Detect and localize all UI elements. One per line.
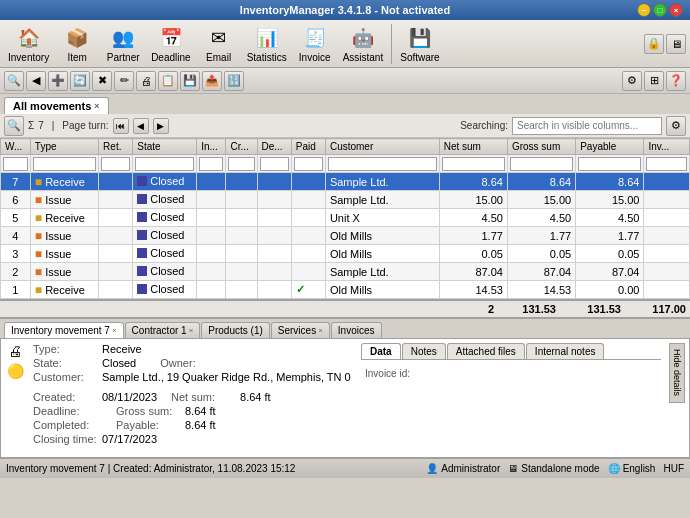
cell-gross: 87.04 bbox=[507, 263, 575, 281]
bottom-tab-movement[interactable]: Inventory movement 7 × bbox=[4, 322, 124, 338]
page-first-btn[interactable]: ⏮ bbox=[113, 118, 129, 134]
bottom-tab-invoices[interactable]: Invoices bbox=[331, 322, 382, 338]
toolbar-invoice[interactable]: 🧾 Invoice bbox=[293, 22, 337, 65]
page-prev-btn[interactable]: ◀ bbox=[133, 118, 149, 134]
cell-in bbox=[197, 245, 226, 263]
filter-customer-input[interactable] bbox=[328, 157, 437, 171]
bottom-tab-services[interactable]: Services × bbox=[271, 322, 330, 338]
sub-tab-internal[interactable]: Internal notes bbox=[526, 343, 605, 359]
stool-nav1[interactable]: ◀ bbox=[26, 71, 46, 91]
table-container[interactable]: W... Type Ret. State In... Cr... De... P… bbox=[0, 138, 690, 299]
table-row[interactable]: 5 ■ Receive Closed Unit X 4.50 4.50 4.50 bbox=[1, 209, 690, 227]
all-movements-tab[interactable]: All movements × bbox=[4, 97, 109, 114]
col-header-inv[interactable]: Inv... bbox=[644, 139, 690, 155]
cell-type: ■ Issue bbox=[30, 263, 98, 281]
bottom-tab-movement-close[interactable]: × bbox=[112, 326, 117, 335]
table-row[interactable]: 6 ■ Issue Closed Sample Ltd. 15.00 15.00… bbox=[1, 191, 690, 209]
col-header-in[interactable]: In... bbox=[197, 139, 226, 155]
filter-num-input[interactable] bbox=[3, 157, 28, 171]
filter-ret-input[interactable] bbox=[101, 157, 130, 171]
cell-in bbox=[197, 209, 226, 227]
search-settings-btn[interactable]: ⚙ bbox=[666, 116, 686, 136]
stool-save[interactable]: 💾 bbox=[180, 71, 200, 91]
toolbar-email[interactable]: ✉ Email bbox=[197, 22, 241, 65]
bottom-tab-services-close[interactable]: × bbox=[318, 326, 323, 335]
completed-label: Completed: bbox=[33, 419, 98, 431]
filter-gross-input[interactable] bbox=[510, 157, 573, 171]
col-header-de[interactable]: De... bbox=[257, 139, 291, 155]
stool-search[interactable]: 🔍 bbox=[4, 71, 24, 91]
col-header-paid[interactable]: Paid bbox=[291, 139, 325, 155]
toolbar-extra-btn2[interactable]: 🖥 bbox=[666, 34, 686, 54]
hide-details-button[interactable]: Hide details bbox=[669, 343, 685, 403]
col-header-payable[interactable]: Payable bbox=[576, 139, 644, 155]
col-header-net[interactable]: Net sum bbox=[439, 139, 507, 155]
stool-right1[interactable]: ⚙ bbox=[622, 71, 642, 91]
toolbar-assistant[interactable]: 🤖 Assistant bbox=[339, 22, 388, 65]
toolbar-partner[interactable]: 👥 Partner bbox=[101, 22, 145, 65]
col-header-state[interactable]: State bbox=[133, 139, 197, 155]
stool-print[interactable]: 🖨 bbox=[136, 71, 156, 91]
tab-close-btn[interactable]: × bbox=[94, 101, 99, 111]
toolbar-inventory[interactable]: 🏠 Inventory bbox=[4, 22, 53, 65]
stool-calc[interactable]: 🔢 bbox=[224, 71, 244, 91]
bottom-tab-services-label: Services bbox=[278, 325, 316, 336]
bottom-tab-products[interactable]: Products (1) bbox=[201, 322, 269, 338]
toolbar-deadline[interactable]: 📅 Deadline bbox=[147, 22, 194, 65]
col-header-gross[interactable]: Gross sum bbox=[507, 139, 575, 155]
bottom-tab-products-label: Products (1) bbox=[208, 325, 262, 336]
table-tool-btn1[interactable]: 🔍 bbox=[4, 116, 24, 136]
stool-refresh[interactable]: 🔄 bbox=[70, 71, 90, 91]
filter-state bbox=[133, 155, 197, 173]
bottom-tab-contractor[interactable]: Contractor 1 × bbox=[125, 322, 201, 338]
cell-customer: Unit X bbox=[325, 209, 439, 227]
stool-export[interactable]: 📤 bbox=[202, 71, 222, 91]
table-row[interactable]: 3 ■ Issue Closed Old Mills 0.05 0.05 0.0… bbox=[1, 245, 690, 263]
page-next-btn[interactable]: ▶ bbox=[153, 118, 169, 134]
col-header-type[interactable]: Type bbox=[30, 139, 98, 155]
table-row[interactable]: 2 ■ Issue Closed Sample Ltd. 87.04 87.04… bbox=[1, 263, 690, 281]
search-input[interactable] bbox=[512, 117, 662, 135]
filter-type bbox=[30, 155, 98, 173]
cell-ret bbox=[99, 173, 133, 191]
invoice-icon: 🧾 bbox=[301, 24, 329, 52]
toolbar-extra-btn1[interactable]: 🔒 bbox=[644, 34, 664, 54]
filter-payable-input[interactable] bbox=[578, 157, 641, 171]
sub-tab-notes[interactable]: Notes bbox=[402, 343, 446, 359]
bottom-tab-contractor-close[interactable]: × bbox=[189, 326, 194, 335]
stool-cancel[interactable]: ✖ bbox=[92, 71, 112, 91]
filter-net-input[interactable] bbox=[442, 157, 505, 171]
stool-edit[interactable]: ✏ bbox=[114, 71, 134, 91]
stool-right2[interactable]: ⊞ bbox=[644, 71, 664, 91]
table-row[interactable]: 1 ■ Receive Closed ✓ Old Mills 14.53 14.… bbox=[1, 281, 690, 299]
table-row[interactable]: 7 ■ Receive Closed Sample Ltd. 8.64 8.64… bbox=[1, 173, 690, 191]
status-admin: 👤 Administrator bbox=[426, 463, 500, 474]
toolbar-statistics[interactable]: 📊 Statistics bbox=[243, 22, 291, 65]
cell-gross: 0.05 bbox=[507, 245, 575, 263]
col-header-cr[interactable]: Cr... bbox=[226, 139, 257, 155]
filter-type-input[interactable] bbox=[33, 157, 96, 171]
filter-de-input[interactable] bbox=[260, 157, 289, 171]
stool-right3[interactable]: ❓ bbox=[666, 71, 686, 91]
table-row[interactable]: 4 ■ Issue Closed Old Mills 1.77 1.77 1.7… bbox=[1, 227, 690, 245]
filter-state-input[interactable] bbox=[135, 157, 194, 171]
col-header-customer[interactable]: Customer bbox=[325, 139, 439, 155]
maximize-button[interactable]: □ bbox=[653, 3, 667, 17]
closing-value: 07/17/2023 bbox=[102, 433, 157, 445]
sub-tab-attached[interactable]: Attached files bbox=[447, 343, 525, 359]
toolbar-item[interactable]: 📦 Item bbox=[55, 22, 99, 65]
close-button[interactable]: × bbox=[669, 3, 683, 17]
filter-cr-input[interactable] bbox=[228, 157, 254, 171]
filter-paid-input[interactable] bbox=[294, 157, 323, 171]
state-color-indicator bbox=[137, 194, 147, 204]
sub-tab-data[interactable]: Data bbox=[361, 343, 401, 359]
summary-payable: 117.00 bbox=[624, 303, 686, 315]
stool-plus[interactable]: ➕ bbox=[48, 71, 68, 91]
minimize-button[interactable]: − bbox=[637, 3, 651, 17]
filter-inv-input[interactable] bbox=[646, 157, 687, 171]
cell-gross: 15.00 bbox=[507, 191, 575, 209]
filter-in-input[interactable] bbox=[199, 157, 223, 171]
stool-print2[interactable]: 📋 bbox=[158, 71, 178, 91]
col-header-ret[interactable]: Ret. bbox=[99, 139, 133, 155]
toolbar-software[interactable]: 💾 Software bbox=[396, 22, 443, 65]
